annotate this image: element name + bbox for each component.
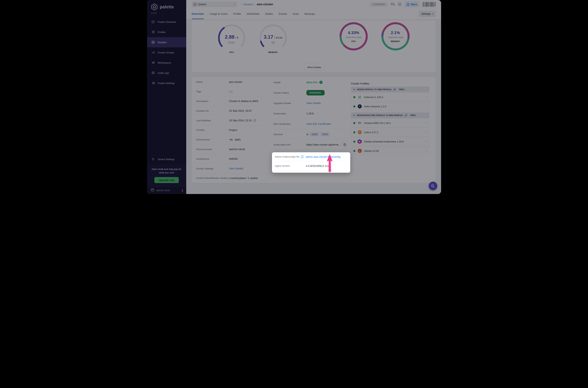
check-icon: ✓ xyxy=(319,81,323,84)
detail-row-context: Context Project xyxy=(196,125,269,135)
project-selector-value: Default xyxy=(198,3,233,6)
cluster-info-column: Name aws-cluster Tags n/a Description Cl… xyxy=(196,77,269,183)
tools-icon xyxy=(152,158,155,161)
project-scope-icon xyxy=(194,3,196,6)
breadcrumb: / Clusters / aws-cluster xyxy=(241,2,273,6)
cpu-usage-gauge: 2.88 / 8 Cores CPU xyxy=(217,23,247,56)
sidebar-item-project-settings[interactable]: Project Settings xyxy=(147,78,186,88)
network-icon xyxy=(152,51,155,54)
chevron-right-icon: › xyxy=(426,130,427,134)
tab-nodes[interactable]: Nodes xyxy=(265,9,273,19)
tab-usage-costs[interactable]: Usage & Costs xyxy=(209,9,227,19)
profile-layer-palette-extended-kubernetes[interactable]: ✱ Palette eXtended Kubernetes 1.29.8 › xyxy=(351,137,430,146)
service-port-8080-link[interactable]: :8080 xyxy=(310,132,319,136)
aws-logo-icon: aws xyxy=(229,138,233,141)
docs-button[interactable]: Docs xyxy=(405,1,419,7)
footer-brand-label: spectro cloud xyxy=(156,189,180,192)
profile-layer-hello-universe[interactable]: ✦ Hello Universe 1.2.0 › xyxy=(351,102,430,111)
aws-logo: aws xyxy=(358,121,362,125)
project-selector[interactable]: Default ▾ xyxy=(192,1,237,7)
copy-icon[interactable] xyxy=(342,142,347,147)
search-fab-button[interactable] xyxy=(429,182,437,190)
upgrade-now-button[interactable]: Upgrade now xyxy=(154,177,179,183)
view-k8s-certificates-link[interactable]: View K8s Certificates xyxy=(306,122,331,125)
sidebar-item-clusters[interactable]: Clusters xyxy=(147,37,186,47)
cluster-settings-view-details-link[interactable]: View Details xyxy=(229,167,244,170)
server-icon xyxy=(152,40,155,44)
tab-profile[interactable]: Profile xyxy=(233,9,241,19)
kubecost-logo xyxy=(358,95,362,99)
app-title: palette xyxy=(160,4,174,9)
project-scope-badge: PROJ xyxy=(409,114,417,117)
book-icon xyxy=(407,3,410,6)
profile-layer-calico[interactable]: Calico 3.27.2 › xyxy=(351,128,430,137)
memory-usage-gauge: 3.17 / 33.64 Gb MEMORY xyxy=(258,23,288,56)
cluster-profiles-title: Cluster Profiles xyxy=(351,82,370,85)
layers-icon xyxy=(152,30,155,34)
audit-log-icon xyxy=(152,71,155,75)
tab-scan[interactable]: Scan xyxy=(293,9,299,19)
chevron-down-icon: ▼ xyxy=(353,114,355,116)
cpu-total-donut: 4.33% Used from total CPU xyxy=(339,22,368,50)
status-dot xyxy=(353,105,355,107)
status-dot xyxy=(353,122,355,124)
tab-events[interactable]: Events xyxy=(279,9,287,19)
link-icon xyxy=(393,88,396,91)
sidebar-item-cluster-groups[interactable]: Cluster Groups xyxy=(147,47,186,58)
settings-button[interactable]: Settings ▾ xyxy=(419,11,435,17)
detail-row-cloud-account: Cloud Account spectro-cloud xyxy=(196,145,269,154)
sidebar-spacer xyxy=(147,88,186,154)
top-bar: Default ▾ / Clusters / aws-cluster 1.29/… xyxy=(186,0,441,19)
hello-universe-logo: ✦ xyxy=(358,104,362,109)
gear-icon xyxy=(152,81,155,85)
profile-layer-ubuntu[interactable]: ◎ Ubuntu 22.04 › xyxy=(351,146,430,155)
sidebar-item-tenant-settings[interactable]: Tenant Settings xyxy=(147,154,186,165)
chevron-right-icon: › xyxy=(426,105,427,108)
info-icon[interactable] xyxy=(253,119,256,122)
chart-icon xyxy=(152,20,155,24)
infrastructure-profile-group-header[interactable]: ▼ INFRASTRUCTURE PROFILE TF-AWS-PROFILE … xyxy=(351,112,430,118)
sidebar-nav: Project Overview Profiles Clusters Clust… xyxy=(147,17,186,88)
sidebar-item-audit-logs[interactable]: Audit Logs xyxy=(147,68,186,78)
tab-overview[interactable]: Overview xyxy=(192,9,204,19)
tab-backups[interactable]: Backups xyxy=(305,9,315,19)
status-dot xyxy=(353,150,355,152)
addon-profile-group-header[interactable]: ▼ ADDON PROFILE TF-AWS-PROFILE PROJ xyxy=(351,87,430,92)
sidebar-item-workspaces[interactable]: Workspaces xyxy=(147,58,186,68)
profile-layer-kubecost[interactable]: Kubecost 1.103.3 › xyxy=(351,93,430,102)
user-account-redacted[interactable] xyxy=(423,2,436,7)
status-dot xyxy=(353,131,355,133)
chevron-down-icon: ▼ xyxy=(353,88,355,91)
link-icon xyxy=(405,114,407,117)
detail-row-cluster-settings: Cluster Settings View Details xyxy=(196,164,269,173)
profile-layer-amazon-ebs-csi[interactable]: aws Amazon EBS CSI 1.26.1 › xyxy=(351,118,430,127)
status-dot xyxy=(353,96,355,98)
detail-row-name: Name aws-cluster xyxy=(196,77,269,87)
annotation-arrow-icon xyxy=(327,154,333,172)
brand-header: palette xyxy=(147,0,186,11)
detail-row-tags: Tags n/a xyxy=(196,87,269,97)
compass-icon[interactable] xyxy=(398,2,402,6)
more-details-button[interactable]: More Details xyxy=(304,64,325,71)
memory-total-donut: 2.1% Used from total MEMORY xyxy=(381,22,410,50)
app-version: 4.4.19 xyxy=(147,11,186,17)
sidebar: palette 4.4.19 Project Overview Profiles xyxy=(147,0,186,194)
admin-kubeconfig-download-link[interactable]: admin.aws-cluster.kubeconfig xyxy=(306,155,340,158)
status-dot xyxy=(353,141,355,143)
chat-icon[interactable] xyxy=(391,2,395,6)
cluster-status-column: Health HEALTHY ✓ Cluster Status RUNNING … xyxy=(274,77,348,150)
spectro-cloud-logo-icon xyxy=(150,188,155,192)
chevron-right-icon: › xyxy=(426,121,427,125)
upgrade-view-details-link[interactable]: View Details xyxy=(306,102,321,105)
metrics-card: 2.88 / 8 Cores CPU 3.17 / 33.64 Gb xyxy=(192,20,436,72)
sidebar-item-label: Tenant Settings xyxy=(158,158,175,161)
detail-row-upgrade-details: Upgrade Details View Details xyxy=(274,98,348,108)
tab-workloads[interactable]: Workloads xyxy=(247,9,260,19)
collapse-sidebar-icon[interactable]: ❮ xyxy=(181,189,184,192)
sidebar-item-project-overview[interactable]: Project Overview xyxy=(147,17,186,27)
sidebar-item-profiles[interactable]: Profiles xyxy=(147,27,186,37)
info-icon[interactable] xyxy=(301,155,304,158)
breadcrumb-clusters-link[interactable]: Clusters xyxy=(243,3,253,6)
service-port-3000-link[interactable]: :3000 xyxy=(320,132,330,136)
detail-row-k8s-certificates: K8s Certificates View K8s Certificates xyxy=(274,119,348,129)
